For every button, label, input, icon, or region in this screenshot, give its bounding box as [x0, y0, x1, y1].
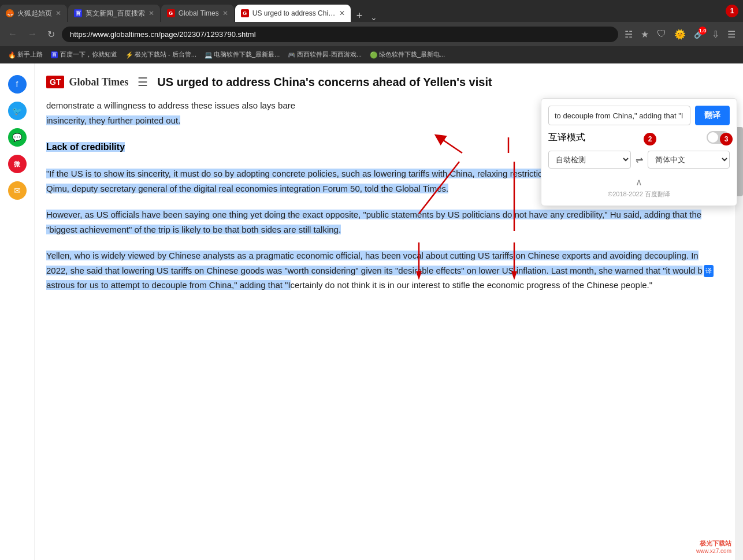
para3-end-highlight: astrous for us to attempt to decouple fr…: [46, 280, 291, 290]
bookmark-label-3: 极光下载站 - 后台管...: [135, 50, 196, 59]
bookmark-soft[interactable]: 💻 电脑软件下载_最新最...: [201, 49, 283, 60]
swap-icon[interactable]: ⇌: [636, 154, 643, 165]
target-lang-select[interactable]: 简体中文 繁体中文 英语: [648, 151, 730, 169]
social-sidebar: f 🐦 💬 微 ✉: [0, 64, 35, 560]
translate-text-input[interactable]: [548, 106, 690, 125]
tab-close-1[interactable]: ✕: [55, 9, 61, 17]
tab-firefox[interactable]: 🦊 火狐起始页 ✕: [0, 5, 67, 22]
collapse-button[interactable]: ∧: [636, 177, 642, 188]
tab-overflow-button[interactable]: ⌄: [367, 13, 381, 22]
shield-icon[interactable]: 🛡: [654, 27, 669, 42]
tab-favicon-4: G: [241, 9, 249, 17]
bookmark-label-5: 西西软件园-西西游戏...: [297, 50, 362, 59]
page-content: f 🐦 💬 微 ✉ GT Global Times ☰ US urged to …: [0, 64, 743, 560]
tab-active[interactable]: G US urged to address China's ✕: [235, 5, 351, 22]
refresh-button[interactable]: ↻: [44, 27, 58, 42]
tab-title-3: Global Times: [179, 9, 219, 17]
copyright-row: ©2018-2022 百度翻译: [548, 190, 730, 199]
translate-input-row: 翻译: [548, 106, 730, 125]
browser-chrome: 🦊 火狐起始页 ✕ 百 英文新闻_百度搜索 ✕ G Global Times ✕…: [0, 0, 743, 64]
translate-inline-badge[interactable]: 译: [704, 265, 714, 277]
tab-close-4[interactable]: ✕: [339, 9, 345, 17]
menu-icon[interactable]: ☰: [725, 27, 738, 42]
tab-favicon-2: 百: [74, 9, 82, 17]
collapse-row: ∧: [548, 174, 730, 188]
para2-text: However, as US officials have been sayin…: [46, 210, 701, 234]
hamburger-menu[interactable]: ☰: [138, 75, 148, 89]
article-area: GT Global Times ☰ US urged to address Ch…: [35, 64, 743, 560]
weibo-icon[interactable]: 微: [8, 155, 27, 173]
bookmark-label-2: 百度一下，你就知道: [60, 50, 117, 59]
watermark-line2: www.xz7.com: [696, 548, 731, 554]
watermark: 极光下载站 www.xz7.com: [696, 539, 731, 554]
download-icon[interactable]: ⇩: [709, 27, 722, 42]
site-header: GT Global Times ☰ US urged to address Ch…: [46, 75, 720, 89]
bookmark-favicon-3: ⚡: [125, 51, 132, 58]
lang-row: 自动检测 英语 中文 ⇌ 简体中文 繁体中文 英语: [548, 151, 730, 169]
annotation-2: 2: [644, 133, 656, 145]
tab-close-2[interactable]: ✕: [148, 9, 154, 17]
addon-icon[interactable]: 🔗 1.0: [691, 27, 707, 42]
new-tab-button[interactable]: +: [352, 10, 367, 22]
watermark-line1: 极光下载站: [696, 539, 731, 548]
reader-icon[interactable]: ☵: [622, 27, 636, 42]
bookmark-favicon-6: 🟢: [370, 51, 377, 58]
para3: Yellen, who is widely viewed by Chinese …: [46, 248, 720, 293]
back-button[interactable]: ←: [5, 27, 21, 42]
tab-baidu[interactable]: 百 英文新闻_百度搜索 ✕: [68, 5, 160, 22]
mutual-label: 互译模式: [548, 132, 585, 144]
url-input[interactable]: [62, 27, 618, 42]
toggle-knob: [708, 132, 718, 143]
tab-title-4: US urged to address China's: [252, 9, 336, 17]
para2: However, as US officials have been sayin…: [46, 207, 720, 237]
bookmark-icon[interactable]: ★: [638, 27, 652, 42]
gt-logo-text: Global Times: [69, 76, 128, 88]
extension-icon[interactable]: 🌞: [671, 27, 689, 42]
wechat-icon[interactable]: 💬: [8, 128, 27, 147]
tab-favicon-1: 🦊: [6, 9, 14, 17]
opening-text: demonstrate a willingness to address the…: [46, 100, 295, 110]
bookmark-label-1: 新手上路: [17, 50, 43, 59]
annotation-1: 1: [726, 5, 738, 17]
source-lang-select[interactable]: 自动检测 英语 中文: [548, 151, 631, 169]
message-icon[interactable]: ✉: [8, 181, 27, 200]
bookmark-aurora[interactable]: ⚡ 极光下载站 - 后台管...: [122, 49, 200, 60]
bookmarks-bar: 🔥 新手上路 百 百度一下，你就知道 ⚡ 极光下载站 - 后台管... 💻 电脑…: [0, 46, 743, 64]
gt-logo: GT Global Times: [46, 76, 128, 88]
annotation-3: 3: [720, 133, 733, 145]
tab-favicon-3: G: [167, 9, 175, 17]
opening-highlight: insincerity, they further pointed out.: [46, 115, 180, 125]
para3-start: Yellen, who is widely viewed by Chinese …: [46, 251, 703, 275]
tab-close-3[interactable]: ✕: [222, 9, 228, 17]
article-title: US urged to address China's concerns ahe…: [157, 76, 720, 89]
gt-logo-box: GT: [46, 76, 64, 88]
address-bar: ← → ↻ ☵ ★ 🛡 🌞 🔗 1.0 ⇩ ☰ 1: [0, 22, 743, 46]
section-heading: Lack of credibility: [46, 142, 125, 152]
bookmark-favicon-5: 🎮: [288, 51, 295, 58]
tab-bar: 🦊 火狐起始页 ✕ 百 英文新闻_百度搜索 ✕ G Global Times ✕…: [0, 0, 743, 22]
bookmark-favicon-4: 💻: [205, 51, 211, 58]
bookmark-favicon-2: 百: [51, 51, 58, 58]
bookmark-green[interactable]: 🟢 绿色软件下载_最新电...: [366, 49, 448, 60]
facebook-icon[interactable]: f: [8, 75, 27, 94]
tab-title-2: 英文新闻_百度搜索: [86, 9, 145, 18]
copyright-text: ©2018-2022 百度翻译: [608, 191, 670, 197]
translate-button[interactable]: 翻译: [695, 106, 730, 125]
bookmark-new-user[interactable]: 🔥 新手上路: [5, 49, 46, 60]
bookmark-baidu[interactable]: 百 百度一下，你就知道: [47, 49, 121, 60]
para3-end: certainly do not think it is in our inte…: [291, 280, 653, 290]
tab-globaltimes[interactable]: G Global Times ✕: [161, 5, 234, 22]
bookmark-xixi[interactable]: 🎮 西西软件园-西西游戏...: [284, 49, 365, 60]
translate-popup: 翻译 互译模式 自动检测 英语 中文 ⇌ 简体中文 繁体中文: [541, 98, 737, 206]
mutual-row: 互译模式: [548, 131, 730, 144]
twitter-icon[interactable]: 🐦: [8, 102, 27, 120]
forward-button[interactable]: →: [24, 27, 40, 42]
addon-badge: 1.0: [699, 27, 707, 35]
toolbar-icons: ☵ ★ 🛡 🌞 🔗 1.0 ⇩ ☰: [622, 27, 738, 42]
bookmark-favicon-1: 🔥: [8, 51, 15, 58]
tab-title-1: 火狐起始页: [17, 9, 52, 18]
bookmark-label-4: 电脑软件下载_最新最...: [214, 50, 280, 59]
bookmark-label-6: 绿色软件下载_最新电...: [379, 50, 445, 59]
